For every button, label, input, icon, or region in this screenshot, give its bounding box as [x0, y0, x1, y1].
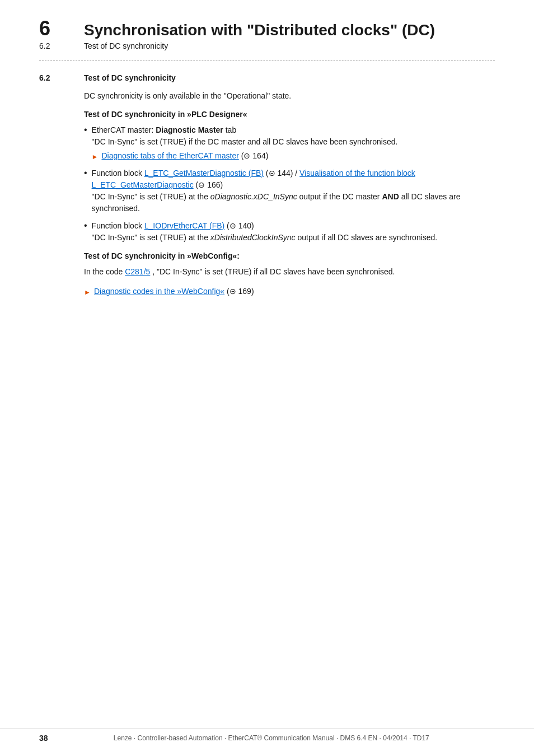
divider [39, 60, 495, 61]
bullet1-label-ethercat: EtherCAT master: [92, 125, 156, 134]
link-l-etc-getmasterdiagnostic[interactable]: L_ETC_GetMasterDiagnostic (FB) [144, 169, 264, 178]
bullet3-label: Function block [92, 221, 144, 230]
bullet1-label-tab: tab [223, 125, 236, 134]
link-diagnostic-codes-webconfig[interactable]: Diagnostic codes in the »WebConfig« [94, 287, 224, 296]
bullet-content-2: Function block L_ETC_GetMasterDiagnostic… [92, 167, 495, 214]
bullet-item-3: • Function block L_IODrvEtherCAT (FB) (⊝… [84, 220, 495, 244]
bullet2-dc-text: "DC In-Sync" is set (TRUE) at the oDiagn… [92, 192, 461, 213]
bullet1-ref: (⊝ 164) [241, 151, 269, 160]
bullet1-arrow-list: ► Diagnostic tabs of the EtherCAT master… [92, 150, 495, 162]
webconfig-ref: (⊝ 169) [227, 287, 254, 296]
section-num-bold: 6.2 [39, 73, 73, 82]
chapter-number: 6 [39, 17, 73, 40]
bullet3-italic: xDistributedClockInSync [210, 233, 296, 242]
page-footer: 38 Lenze · Controller-based Automation ·… [0, 729, 534, 743]
webconfig-arrow-block: ► Diagnostic codes in the »WebConfig« (⊝… [84, 286, 495, 297]
intro-text: DC synchronicity is only available in th… [84, 90, 495, 102]
bullet3-dc-text: "DC In-Sync" is set (TRUE) at the xDistr… [92, 233, 438, 242]
bullet1-arrow-item: ► Diagnostic tabs of the EtherCAT master… [92, 150, 495, 162]
bullet1-arrow-text: Diagnostic tabs of the EtherCAT master (… [102, 150, 269, 162]
plc-subheading: Test of DC synchronicity in »PLC Designe… [84, 110, 495, 119]
webconfig-arrow-item: ► Diagnostic codes in the »WebConfig« (⊝… [84, 286, 495, 297]
section-title-small: Test of DC synchronicity [84, 41, 168, 50]
section-number-small: 6.2 [39, 41, 73, 50]
webconfig-arrow-text: Diagnostic codes in the »WebConfig« (⊝ 1… [94, 286, 254, 297]
page: 6 Synchronisation with "Distributed cloc… [0, 0, 534, 756]
arrow-icon-1: ► [92, 152, 99, 162]
webconfig-subheading: Test of DC synchronicity in »WebConfig«: [84, 251, 495, 260]
arrow-icon-webconfig: ► [84, 287, 91, 297]
webconfig-arrow-list: ► Diagnostic codes in the »WebConfig« (⊝… [84, 286, 495, 297]
bullet2-and: AND [382, 192, 399, 201]
footer-center-text: Lenze · Controller-based Automation · Et… [114, 734, 429, 742]
bullet-content-3: Function block L_IODrvEtherCAT (FB) (⊝ 1… [92, 220, 495, 244]
bullet-dot-1: • [84, 125, 87, 134]
chapter-header: 6 Synchronisation with "Distributed cloc… [39, 17, 495, 40]
webconfig-intro: In the code C281/5 , "DC In-Sync" is set… [84, 266, 495, 278]
bullet-content-1: EtherCAT master: Diagnostic Master tab "… [92, 124, 495, 162]
section-title-bold: Test of DC synchronicity [84, 73, 176, 82]
link-l-iodrvethercat[interactable]: L_IODrvEtherCAT (FB) [144, 221, 224, 230]
footer-page-number: 38 [39, 734, 48, 743]
webconfig-intro-text1: In the code [84, 267, 125, 276]
bullet2-italic: oDiagnostic.xDC_InSync [210, 192, 297, 201]
webconfig-intro-text2: , "DC In-Sync" is set (TRUE) if all DC s… [150, 267, 395, 276]
link-diagnostic-tabs[interactable]: Diagnostic tabs of the EtherCAT master [102, 151, 239, 160]
link-c281-5[interactable]: C281/5 [125, 267, 150, 276]
bullet3-ref: (⊝ 140) [224, 221, 254, 230]
chapter-title: Synchronisation with "Distributed clocks… [84, 21, 435, 39]
bullet1-dc-text: "DC In-Sync" is set (TRUE) if the DC mas… [92, 137, 398, 146]
section-heading-block: 6.2 Test of DC synchronicity [39, 73, 495, 82]
bullet2-label: Function block [92, 169, 144, 178]
bullet-item-1: • EtherCAT master: Diagnostic Master tab… [84, 124, 495, 162]
bullet-item-2: • Function block L_ETC_GetMasterDiagnost… [84, 167, 495, 214]
bullet1-label-diagnostic: Diagnostic Master [156, 125, 223, 134]
bullet-dot-3: • [84, 221, 87, 230]
section-header: 6.2 Test of DC synchronicity [39, 41, 495, 50]
plc-bullet-list: • EtherCAT master: Diagnostic Master tab… [84, 124, 495, 244]
bullet2-ref1: (⊝ 144) / [264, 169, 299, 178]
bullet-dot-2: • [84, 169, 87, 178]
bullet2-ref2: (⊝ 166) [194, 180, 223, 189]
